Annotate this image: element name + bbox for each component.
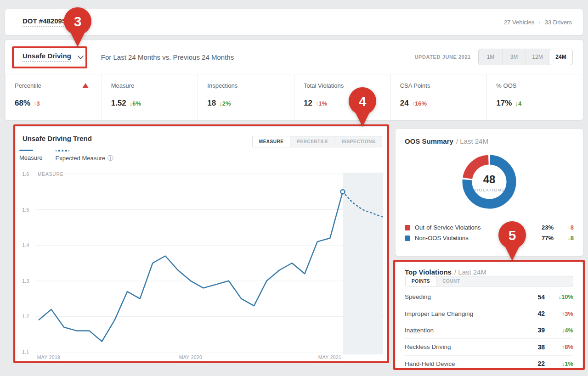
metrics-row: Percentile 68% ↑3 Measure 1.52 ↓6% — [5, 74, 583, 120]
time-range-selector: 1M 3M 12M 24M — [478, 49, 573, 65]
category-dropdown[interactable]: Unsafe Driving — [23, 52, 84, 62]
metric-cell: Total Violations 12 ↑1% — [294, 74, 390, 120]
metric-change: ↓4 — [515, 100, 521, 107]
violations-title: Top Violations — [405, 268, 452, 276]
trend-tab[interactable]: MEASURE — [252, 136, 290, 147]
metric-cell: Inspections 18 ↓2% — [198, 74, 294, 120]
legend-item: Measure ⓘ — [19, 150, 43, 162]
metric-value: 68% — [15, 99, 30, 108]
stats-separator: · — [538, 19, 540, 26]
y-axis-label: MEASURE — [38, 172, 63, 177]
info-icon[interactable]: ⓘ — [107, 155, 113, 161]
trend-tab[interactable]: PERCENTILE — [290, 136, 334, 147]
x-axis-label: MAY 2020 — [179, 354, 202, 360]
violations-subtitle: / Last 24M — [454, 268, 486, 276]
toggle-button[interactable]: COUNT — [436, 276, 466, 286]
fleet-stats: 27 Vehicles · 33 Drivers — [504, 19, 572, 26]
x-axis-label: MAY 2019 — [37, 354, 60, 360]
chevron-down-icon — [78, 56, 84, 59]
legend-label: Expected Measure — [56, 155, 105, 162]
violation-row: Reckless Driving 38 ↑8% — [405, 339, 573, 355]
y-axis-tick: 1.1 — [22, 349, 29, 355]
trend-line-chart: 1.61.51.41.31.21.1MEASUREMAY 2019MAY 202… — [21, 169, 384, 362]
oos-legend-change: ↑8 — [554, 224, 574, 231]
metric-cell: CSA Points 24 ↑16% — [390, 74, 487, 120]
oos-legend-change: ↓8 — [554, 235, 574, 241]
comparison-text: For Last 24 Months vs. Previous 24 Month… — [101, 53, 234, 61]
metric-value: 17% — [496, 99, 512, 108]
violation-row: Hand-Held Device 22 ↓1% — [405, 356, 573, 372]
metric-change: ↑3 — [34, 100, 40, 107]
oos-legend-percent: 77% — [531, 235, 554, 241]
y-axis-tick: 1.6 — [22, 171, 29, 177]
trend-card: Unsafe Driving Trend MEASURE PERCENTILE … — [15, 126, 387, 361]
metric-change: ↓2% — [219, 100, 231, 107]
time-range-button[interactable]: 24M — [549, 49, 572, 65]
donut-total: 48 — [483, 173, 496, 186]
metric-cell: Measure 1.52 ↓6% — [102, 74, 198, 120]
trend-tab[interactable]: INSPECTIONS — [335, 136, 382, 147]
metric-value: 1.52 — [111, 99, 126, 108]
driver-count: 33 Drivers — [545, 19, 572, 26]
violation-change: ↑8% — [551, 343, 573, 350]
violation-value: 38 — [528, 343, 545, 351]
legend-color-swatch — [405, 236, 410, 241]
metric-value: 18 — [207, 99, 216, 108]
violation-change: ↓1% — [551, 360, 573, 367]
legend-item: Expected Measure ⓘ — [56, 150, 113, 162]
time-range-button[interactable]: 12M — [526, 49, 549, 65]
violation-value: 39 — [528, 326, 545, 334]
legend-color-swatch — [405, 225, 410, 230]
y-axis-tick: 1.5 — [22, 207, 29, 213]
category-label: Unsafe Driving — [23, 52, 71, 62]
metric-cell: Percentile 68% ↑3 — [5, 74, 102, 120]
oos-legend-percent: 23% — [531, 224, 554, 231]
violation-value: 42 — [528, 310, 545, 317]
violation-label: Reckless Driving — [405, 343, 528, 350]
violation-row: Improper Lane Changing 42 ↑3% — [405, 305, 573, 322]
updated-label: UPDATED JUNE 2021 — [415, 54, 471, 60]
metric-change: ↑1% — [316, 100, 327, 107]
metric-label: Measure — [111, 82, 135, 89]
oos-legend-row: Non-OOS Violations 77% ↓8 — [405, 233, 574, 243]
metric-label: Total Violations — [304, 82, 344, 89]
donut-total-label: VIOLATIONS — [474, 187, 505, 192]
metric-value: 12 — [304, 99, 312, 108]
metric-label: Inspections — [207, 82, 237, 89]
metric-value: 24 — [400, 99, 409, 108]
oos-donut-chart: 48 VIOLATIONS — [457, 150, 521, 216]
toggle-button[interactable]: POINTS — [405, 276, 436, 286]
trend-legend: Measure ⓘ Expected Measure ⓘ — [19, 150, 113, 162]
oos-legend: Out-of-Service Violations 23% ↑8 Non-OOS… — [405, 222, 574, 243]
oos-legend-row: Out-of-Service Violations 23% ↑8 — [405, 222, 574, 233]
violation-label: Hand-Held Device — [405, 360, 528, 367]
vehicle-count: 27 Vehicles — [504, 19, 535, 26]
violation-row: Speeding 54 ↓10% — [405, 289, 573, 305]
metric-change: ↑16% — [412, 100, 427, 107]
violation-value: 54 — [528, 293, 545, 301]
summary-card: Unsafe Driving For Last 24 Months vs. Pr… — [5, 39, 583, 120]
metric-label: CSA Points — [400, 82, 430, 89]
time-range-button[interactable]: 3M — [502, 49, 526, 65]
dot-number[interactable]: DOT #482095 — [23, 17, 88, 27]
trend-title: Unsafe Driving Trend — [23, 135, 92, 142]
metric-label: % OOS — [496, 82, 516, 89]
points-count-toggle: POINTS COUNT — [405, 276, 573, 286]
legend-line-swatch — [19, 150, 33, 151]
violation-change: ↓10% — [551, 293, 573, 300]
oos-summary-card: OOS Summary / Last 24M 48 VIOLATIONS Out… — [395, 129, 583, 256]
violation-label: Inattention — [405, 327, 528, 334]
metric-cell: % OOS 17% ↓4 — [486, 74, 583, 120]
top-violations-card: Top Violations / Last 24M POINTS COUNT S… — [395, 262, 583, 369]
time-range-button[interactable]: 1M — [479, 49, 502, 65]
violations-list: Speeding 54 ↓10% Improper Lane Changing … — [405, 289, 573, 372]
violation-change: ↑3% — [551, 310, 573, 317]
oos-legend-label: Non-OOS Violations — [415, 235, 531, 241]
y-axis-tick: 1.4 — [22, 242, 29, 248]
metric-change: ↓6% — [130, 100, 141, 107]
dot-header-card: DOT #482095 27 Vehicles · 33 Drivers — [5, 9, 583, 35]
violation-row: Inattention 39 ↓4% — [405, 322, 573, 339]
warning-triangle-icon — [82, 83, 89, 88]
oos-title: OOS Summary — [405, 137, 453, 145]
y-axis-tick: 1.2 — [22, 314, 29, 319]
